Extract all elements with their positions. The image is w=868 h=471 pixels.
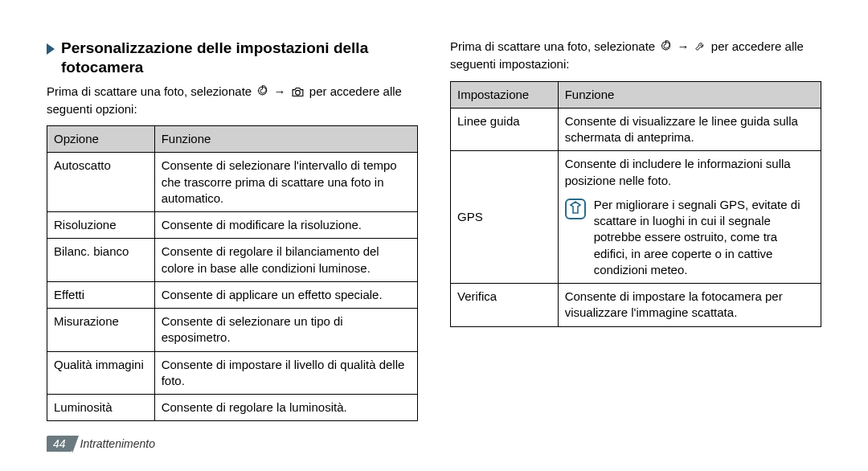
th-option: Opzione — [47, 126, 155, 153]
manual-page: Personalizzazione delle impostazioni del… — [0, 0, 868, 471]
intro-right-text-pre: Prima di scattare una foto, selezionate — [450, 39, 658, 53]
gps-description: Consente di includere le informazioni su… — [565, 157, 791, 186]
cell-setting: GPS — [451, 151, 559, 284]
gear-icon — [660, 41, 675, 55]
cell-option: Autoscatto — [47, 153, 155, 212]
table-row: Linee guida Consente di visualizzare le … — [451, 108, 821, 151]
table-row: Qualità immaginiConsente di impostare il… — [47, 351, 418, 395]
cell-setting: Linee guida — [451, 108, 559, 151]
table-row: AutoscattoConsente di selezionare l'inte… — [47, 153, 418, 212]
intro-right: Prima di scattare una foto, selezionate … — [450, 39, 821, 73]
gps-note-block: Per migliorare i segnali GPS, evitate di… — [565, 197, 814, 278]
cell-function: Consente di visualizzare le linee guida … — [558, 108, 821, 151]
table-header-row: Impostazione Funzione — [451, 81, 821, 108]
cell-option: Misurazione — [47, 309, 155, 352]
table-row: RisoluzioneConsente di modificare la ris… — [47, 212, 418, 239]
table-header-row: Opzione Funzione — [47, 126, 418, 153]
cell-function: Consente di impostare la fotocamera per … — [558, 284, 821, 327]
th-function: Funzione — [558, 81, 821, 108]
table-row: Bilanc. biancoConsente di regolare il bi… — [47, 239, 418, 282]
chapter-title: Intrattenimento — [80, 437, 155, 450]
svg-point-1 — [295, 90, 300, 95]
cell-function: Consente di applicare un effetto special… — [154, 281, 417, 308]
right-column: Prima di scattare una foto, selezionate … — [450, 39, 821, 471]
table-row: GPS Consente di includere le informazion… — [451, 151, 821, 284]
th-function: Funzione — [154, 126, 417, 153]
gps-note-text: Per migliorare i segnali GPS, evitate di… — [594, 197, 814, 278]
cell-function: Consente di regolare la luminosità. — [154, 395, 417, 421]
cell-setting: Verifica — [451, 284, 559, 327]
svg-marker-0 — [47, 43, 55, 55]
cell-function: Consente di regolare il bilanciamento de… — [154, 239, 417, 282]
table-row: EffettiConsente di applicare un effetto … — [47, 281, 418, 308]
options-table: Opzione Funzione AutoscattoConsente di s… — [47, 125, 418, 421]
cell-option: Risoluzione — [47, 212, 155, 239]
cell-function: Consente di impostare il livello di qual… — [154, 351, 417, 395]
left-column: Personalizzazione delle impostazioni del… — [47, 39, 418, 471]
note-icon — [565, 199, 586, 223]
cell-function: Consente di includere le informazioni su… — [558, 151, 821, 284]
cell-option: Qualità immagini — [47, 351, 155, 395]
page-number: 44 — [47, 436, 72, 452]
table-row: Verifica Consente di impostare la fotoca… — [451, 284, 821, 327]
table-row: MisurazioneConsente di selezionare un ti… — [47, 309, 418, 352]
cell-option: Effetti — [47, 281, 155, 308]
intro-right-text-mid: → — [677, 39, 692, 53]
cell-option: Luminosità — [47, 395, 155, 421]
cell-function: Consente di selezionare un tipo di espos… — [154, 309, 417, 352]
cell-option: Bilanc. bianco — [47, 239, 155, 282]
th-setting: Impostazione — [451, 81, 559, 108]
gear-icon — [256, 86, 272, 100]
table-row: LuminositàConsente di regolare la lumino… — [47, 395, 418, 421]
intro-left-text-mid: → — [273, 84, 289, 98]
intro-left: Prima di scattare una foto, selezionate … — [47, 84, 418, 118]
section-heading-row: Personalizzazione delle impostazioni del… — [47, 39, 418, 77]
wrench-icon — [694, 41, 710, 55]
settings-table: Impostazione Funzione Linee guida Consen… — [450, 81, 821, 327]
section-heading: Personalizzazione delle impostazioni del… — [61, 39, 418, 77]
cell-function: Consente di modificare la risoluzione. — [154, 212, 417, 239]
page-footer: 44 Intrattenimento — [47, 436, 155, 452]
cell-function: Consente di selezionare l'intervallo di … — [154, 153, 417, 212]
chevron-right-icon — [47, 43, 56, 58]
camera-icon — [291, 86, 308, 100]
intro-left-text-pre: Prima di scattare una foto, selezionate — [47, 84, 255, 98]
